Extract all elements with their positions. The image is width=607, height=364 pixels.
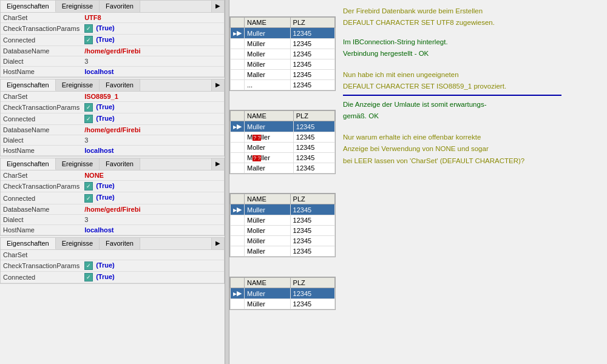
tab-arrow-1[interactable]: ▶: [211, 1, 224, 12]
table-row[interactable]: ... 12345: [231, 80, 335, 90]
data-table-1: NAME PLZ ▶ Muller 12345 Müller 12345 Mol: [230, 17, 335, 90]
row-arrow: [231, 70, 245, 80]
row-plz: 12345: [290, 236, 334, 246]
prop-row-checktransaction-4: CheckTransactionParams ✓ (True): [1, 260, 224, 271]
tab-favoriten-3[interactable]: Favoriten: [100, 158, 140, 170]
prop-label: HostName: [1, 146, 82, 156]
row-name: Moller: [245, 226, 291, 236]
prop-label: Dialect: [1, 214, 82, 224]
row-plz: 12345: [290, 204, 334, 215]
tab-eigenschaften-3[interactable]: Eigenschaften: [1, 158, 56, 170]
row-arrow: ▶: [231, 204, 245, 215]
comment-line: DEFAULT CHARACTER SET ISO8859_1 provozie…: [343, 81, 600, 92]
prop-row-charset-1: CharSet UTF8: [1, 13, 224, 23]
tab-ereignisse-4[interactable]: Ereignisse: [56, 238, 100, 249]
prop-row-connected-2: Connected ✓ (True): [1, 113, 224, 125]
prop-row-connected-3: Connected ✓ (True): [1, 192, 224, 204]
row-name: Moller: [245, 143, 294, 153]
tab-arrow-3[interactable]: ▶: [211, 158, 224, 170]
prop-table-3: CharSet NONE CheckTransactionParams ✓ (T…: [1, 170, 224, 235]
left-panel: Eigenschaften Ereignisse Favoriten ▶ Cha…: [0, 0, 225, 364]
prop-label: Connected: [1, 35, 82, 46]
tab-ereignisse-3[interactable]: Ereignisse: [56, 158, 100, 170]
table-row[interactable]: M??ller 12345: [231, 132, 335, 143]
row-plz: 12345: [293, 153, 334, 163]
tab-ereignisse-1[interactable]: Ereignisse: [56, 1, 100, 12]
prop-label: CharSet: [1, 13, 82, 23]
row-name: M??ller: [245, 132, 294, 143]
row-plz: 12345: [290, 59, 334, 70]
prop-row-checktransaction-2: CheckTransactionParams ✓ (True): [1, 102, 224, 113]
row-name: Müller: [245, 39, 291, 49]
prop-row-charset-4: CharSet: [1, 250, 224, 260]
col-plz-header: PLZ: [290, 194, 334, 204]
arrow-header: [231, 278, 245, 288]
comment-line: Nur warum erhalte ich eine offenbar korr…: [343, 132, 600, 143]
prop-row-dialect-2: Dialect 3: [1, 135, 224, 146]
row-plz: 12345: [290, 39, 334, 49]
data-table-block-1: NAME PLZ ▶ Muller 12345 Müller 12345 Mol: [229, 16, 336, 91]
table-row[interactable]: Moller 12345: [231, 143, 335, 153]
prop-row-charset-2: CharSet ISO8859_1: [1, 92, 224, 102]
comment-line: Die Anzeige der Umlaute ist somit erwart…: [343, 99, 600, 110]
row-plz: 12345: [290, 28, 334, 39]
prop-value-hostname-2: localhost: [82, 146, 224, 156]
tab-favoriten-4[interactable]: Favoriten: [100, 238, 140, 249]
table-row[interactable]: Maller 12345: [231, 70, 335, 80]
comment-line: Nun habe ich mit einen ungeeigneten: [343, 70, 600, 80]
prop-block-4: Eigenschaften Ereignisse Favoriten ▶ Cha…: [0, 237, 225, 284]
prop-row-dialect-1: Dialect 3: [1, 56, 224, 67]
tab-arrow-4[interactable]: ▶: [211, 238, 224, 249]
prop-value-dialect-3: 3: [82, 214, 224, 224]
prop-value-charset-1: UTF8: [82, 13, 224, 23]
row-name: Maller: [245, 163, 294, 174]
row-plz: 12345: [290, 80, 334, 90]
tab-eigenschaften-4[interactable]: Eigenschaften: [1, 238, 56, 249]
table-row[interactable]: ▶ Muller 12345: [231, 288, 335, 299]
row-arrow: [231, 80, 245, 90]
arrow-header: [231, 18, 245, 28]
table-row[interactable]: Müller 12345: [231, 299, 335, 309]
row-name: Muller: [245, 288, 291, 299]
tab-ereignisse-2[interactable]: Ereignisse: [56, 79, 100, 91]
prop-block-1: Eigenschaften Ereignisse Favoriten ▶ Cha…: [0, 0, 225, 78]
comment-line: Verbindung hergestellt - OK: [343, 49, 600, 59]
table-row[interactable]: Müller 12345: [231, 39, 335, 49]
row-name: Maller: [245, 246, 291, 257]
comment-line: Im IBConnection-String hinterlegt.: [343, 37, 600, 47]
table-row[interactable]: Müller 12345: [231, 215, 335, 226]
row-arrow: [231, 59, 245, 70]
prop-row-dbname-3: DatabaseName /home/gerd/Firebi: [1, 204, 224, 214]
col-plz-header: PLZ: [293, 111, 334, 121]
tab-arrow-2[interactable]: ▶: [211, 79, 224, 91]
prop-label: DatabaseName: [1, 125, 82, 135]
arrow-header: [231, 111, 245, 121]
table-row[interactable]: Moller 12345: [231, 226, 335, 236]
row-name: Muller: [245, 204, 291, 215]
prop-label: CheckTransactionParams: [1, 260, 82, 271]
prop-value-dbname-3: /home/gerd/Firebi: [82, 204, 224, 214]
table-row[interactable]: Möller 12345: [231, 59, 335, 70]
table-row[interactable]: ▶ Muller 12345: [231, 121, 335, 132]
tab-favoriten-2[interactable]: Favoriten: [100, 79, 140, 91]
col-plz-header: PLZ: [290, 18, 334, 28]
row-name: Maller: [245, 70, 291, 80]
arrow-header: [231, 194, 245, 204]
prop-value-charset-2: ISO8859_1: [82, 92, 224, 102]
tab-eigenschaften-1[interactable]: Eigenschaften: [1, 1, 56, 12]
table-row[interactable]: ▶ Muller 12345: [231, 28, 335, 39]
table-row[interactable]: Maller 12345: [231, 163, 335, 174]
prop-row-hostname-3: HostName localhost: [1, 224, 224, 235]
table-row[interactable]: M??ller 12345: [231, 153, 335, 163]
table-row[interactable]: Möller 12345: [231, 236, 335, 246]
table-row[interactable]: Maller 12345: [231, 246, 335, 257]
tab-eigenschaften-2[interactable]: Eigenschaften: [1, 79, 56, 91]
row-plz: 12345: [293, 121, 334, 132]
prop-row-dialect-3: Dialect 3: [1, 214, 224, 224]
prop-row-hostname-2: HostName localhost: [1, 146, 224, 156]
tab-favoriten-1[interactable]: Favoriten: [100, 1, 140, 12]
table-row[interactable]: ▶ Muller 12345: [231, 204, 335, 215]
table-row[interactable]: Moller 12345: [231, 49, 335, 59]
prop-row-hostname-1: HostName localhost: [1, 67, 224, 77]
comment-line: DEFAULT CHARACTER SET UTF8 zugewiesen.: [343, 18, 600, 28]
